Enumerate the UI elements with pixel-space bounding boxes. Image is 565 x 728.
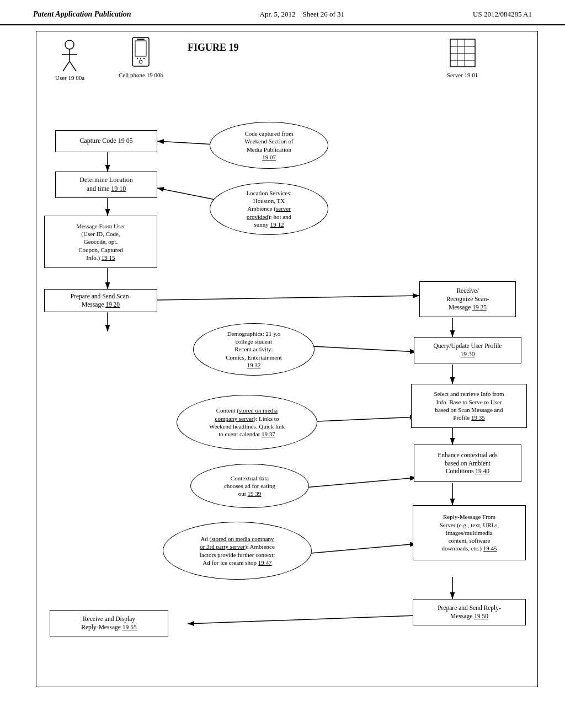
location-services-ellipse: Location Services: Houston, TX Ambience … (210, 183, 328, 235)
prepare-send-scan-box: Prepare and Send Scan- Message 19 20 (44, 289, 157, 312)
user-icon: User 19 00a (55, 39, 84, 81)
svg-point-28 (140, 58, 141, 59)
svg-line-21 (63, 61, 70, 71)
svg-rect-26 (137, 39, 145, 40)
query-update-box: Query/Update User Profile 19 30 (414, 337, 521, 363)
contextual-data-ellipse: Contextual data chooses ad for eating ou… (190, 464, 309, 508)
capture-code-box: Capture Code 19 05 (55, 130, 157, 152)
page-header: Patent Application Publication Apr. 5, 2… (0, 0, 565, 25)
svg-point-18 (65, 40, 74, 49)
server-label: Server 19 01 (447, 72, 478, 78)
diagram-area: FIGURE 19 (0, 25, 565, 704)
svg-rect-24 (135, 41, 146, 56)
content-stored-ellipse: Content (stored on media company server)… (177, 395, 317, 450)
server-icon: Server 19 01 (447, 36, 478, 78)
patent-number: US 2012/084285 A1 (473, 10, 532, 19)
svg-point-29 (143, 58, 145, 59)
phone-icon: Cell phone 19 00b (119, 36, 163, 78)
demographics-ellipse: Demographics: 21 y.o college student Rec… (193, 323, 315, 376)
figure-title: FIGURE 19 (188, 42, 239, 53)
svg-rect-30 (450, 39, 475, 67)
enhance-contextual-box: Enhance contextual ads based on Ambient … (414, 445, 521, 482)
svg-line-22 (70, 61, 76, 71)
receive-recognize-box: Receive/ Recognize Scan- Message 19 25 (419, 281, 516, 317)
code-captured-ellipse: Code captured from Weekend Section of Me… (210, 122, 328, 169)
svg-point-25 (139, 60, 142, 63)
publication-label: Patent Application Publication (33, 10, 131, 19)
date-sheet: Apr. 5, 2012 Sheet 26 of 31 (260, 10, 344, 19)
prepare-send-reply-box: Prepare and Send Reply- Message 19 50 (413, 599, 526, 625)
reply-message-server-box: Reply-Message From Server (e.g., text, U… (413, 505, 526, 560)
phone-label: Cell phone 19 00b (119, 72, 163, 78)
svg-line-6 (157, 296, 419, 300)
receive-display-box: Receive and Display Reply-Message 19 55 (50, 610, 168, 636)
determine-location-box: Determine Location and time 19 10 (55, 172, 157, 198)
svg-line-16 (188, 615, 417, 624)
message-from-user-box: Message From User (User ID, Code, Geocod… (44, 216, 157, 268)
svg-point-27 (137, 58, 138, 59)
user-label: User 19 00a (55, 74, 84, 81)
select-retrieve-box: Select and retrieve Info from Info. Base… (411, 384, 527, 428)
ad-stored-ellipse: Ad (stored on media company or 3rd party… (163, 522, 312, 580)
svg-line-12 (292, 478, 417, 489)
